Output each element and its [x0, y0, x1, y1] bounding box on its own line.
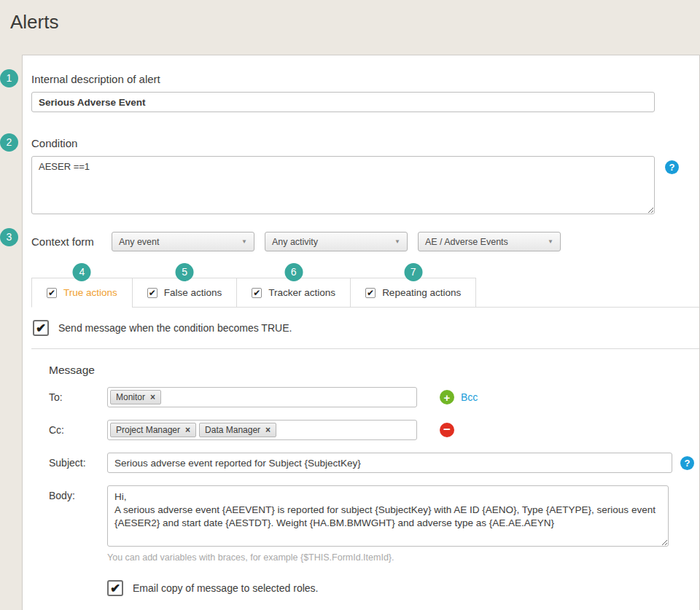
step-badge-6: 6	[284, 263, 303, 281]
tab-true-actions-label: True actions	[63, 287, 117, 298]
tab-tracker-actions[interactable]: 6 ✔ Tracker actions	[236, 278, 351, 308]
remove-cc-icon[interactable]: −	[440, 423, 454, 437]
tab-false-actions-label: False actions	[164, 287, 222, 298]
send-message-row: ✔ Send message when the condition become…	[31, 308, 699, 349]
activity-dropdown[interactable]: Any activity ▼	[265, 232, 408, 251]
tab-repeating-actions-label: Repeating actions	[382, 287, 461, 298]
repeating-actions-checkbox[interactable]: ✔	[365, 288, 376, 298]
subject-label: Subject:	[49, 453, 107, 469]
step-badge-2: 2	[0, 133, 18, 152]
check-icon: ✔	[48, 289, 55, 297]
cc-field[interactable]: Project Manager × Data Manager ×	[107, 420, 417, 440]
tab-false-actions[interactable]: 5 ✔ False actions	[132, 278, 238, 308]
chevron-down-icon: ▼	[548, 238, 553, 245]
message-section: Message To: Monitor × + Bcc Cc: Project …	[31, 364, 699, 596]
step-badge-1: 1	[0, 69, 18, 87]
to-field[interactable]: Monitor ×	[107, 387, 417, 407]
step-badge-5: 5	[176, 263, 194, 281]
tab-repeating-actions[interactable]: 7 ✔ Repeating actions	[350, 278, 476, 308]
tab-true-actions[interactable]: 4 ✔ True actions	[31, 278, 133, 308]
condition-section: 2 Condition AESER ==1 ?	[31, 137, 699, 214]
step-badge-7: 7	[404, 263, 422, 281]
event-dropdown[interactable]: Any event ▼	[112, 232, 254, 251]
body-row: Body: Hi, A serious adverse event {AEEVE…	[49, 485, 699, 547]
subject-input[interactable]	[107, 453, 672, 473]
to-label: To:	[49, 387, 107, 403]
chevron-down-icon: ▼	[394, 238, 400, 245]
check-icon: ✔	[110, 582, 120, 595]
condition-label: Condition	[31, 137, 699, 149]
check-icon: ✔	[367, 289, 374, 297]
form-dropdown[interactable]: AE / Adverse Events ▼	[418, 232, 561, 251]
step-badge-4: 4	[73, 263, 91, 281]
variables-hint: You can add variables with braces, for e…	[107, 552, 699, 563]
description-input[interactable]	[31, 92, 655, 112]
body-textarea[interactable]: Hi, A serious adverse event {AEEVENT} is…	[107, 485, 669, 547]
send-message-label: Send message when the condition becomes …	[58, 322, 292, 334]
bcc-link[interactable]: Bcc	[461, 391, 478, 403]
check-icon: ✔	[253, 289, 260, 297]
alert-config-panel: 1 Internal description of alert 2 Condit…	[22, 55, 700, 610]
tab-tracker-actions-label: Tracker actions	[268, 287, 335, 298]
check-icon: ✔	[149, 289, 156, 297]
description-label: Internal description of alert	[31, 73, 699, 85]
email-copy-row: ✔ Email copy of message to selected role…	[107, 580, 699, 596]
recipient-tag: Monitor ×	[110, 390, 161, 404]
recipient-tag-label: Monitor	[116, 392, 145, 402]
subject-row: Subject: ?	[49, 453, 699, 473]
step-badge-3: 3	[0, 228, 18, 246]
recipient-tag: Data Manager ×	[199, 423, 276, 437]
body-label: Body:	[49, 485, 107, 501]
recipient-tag-label: Project Manager	[116, 425, 180, 435]
page-header: Alerts	[0, 0, 700, 55]
help-icon[interactable]: ?	[680, 456, 694, 470]
close-icon[interactable]: ×	[265, 425, 271, 435]
description-section: 1 Internal description of alert	[31, 73, 699, 112]
activity-dropdown-value: Any activity	[272, 237, 318, 247]
context-form-section: 3 Context form Any event ▼ Any activity …	[31, 232, 699, 251]
false-actions-checkbox[interactable]: ✔	[147, 288, 158, 298]
message-heading: Message	[49, 364, 699, 377]
email-copy-label: Email copy of message to selected roles.	[133, 582, 318, 594]
close-icon[interactable]: ×	[150, 392, 155, 402]
actions-tabs: 4 ✔ True actions 5 ✔ False actions 6 ✔ T…	[31, 278, 699, 308]
recipient-tag: Project Manager ×	[110, 423, 196, 437]
form-dropdown-value: AE / Adverse Events	[425, 237, 508, 247]
to-row: To: Monitor × + Bcc	[49, 387, 699, 407]
event-dropdown-value: Any event	[119, 237, 160, 247]
recipient-tag-label: Data Manager	[205, 425, 260, 435]
page-title: Alerts	[10, 11, 690, 34]
true-actions-checkbox[interactable]: ✔	[47, 288, 57, 298]
help-icon[interactable]: ?	[665, 160, 679, 174]
condition-textarea[interactable]: AESER ==1	[31, 156, 655, 214]
send-message-checkbox[interactable]: ✔	[33, 320, 49, 336]
check-icon: ✔	[36, 322, 46, 335]
cc-label: Cc:	[49, 420, 107, 436]
close-icon[interactable]: ×	[185, 425, 190, 435]
tracker-actions-checkbox[interactable]: ✔	[252, 288, 262, 298]
cc-row: Cc: Project Manager × Data Manager × −	[49, 420, 699, 440]
actions-tabs-wrap: 4 ✔ True actions 5 ✔ False actions 6 ✔ T…	[31, 278, 699, 308]
email-copy-checkbox[interactable]: ✔	[107, 580, 123, 596]
context-form-label: Context form	[31, 235, 94, 248]
add-bcc-icon[interactable]: +	[440, 390, 454, 404]
chevron-down-icon: ▼	[241, 238, 247, 245]
